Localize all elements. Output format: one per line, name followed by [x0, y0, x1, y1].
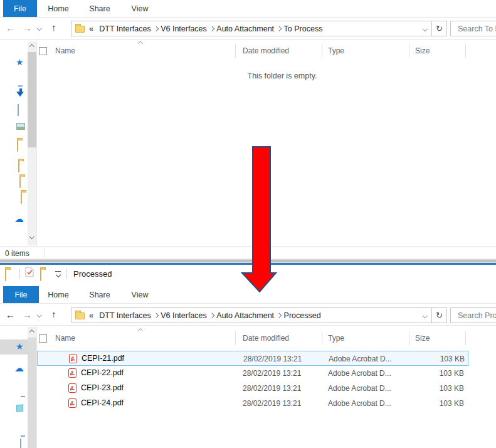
column-header-type[interactable]: Type	[328, 334, 344, 343]
file-size: 103 KB	[401, 399, 464, 408]
refresh-icon[interactable]: ↻	[432, 24, 446, 33]
window-title: Processed	[73, 269, 112, 279]
tab-view[interactable]: View	[125, 286, 154, 303]
divider	[66, 269, 67, 279]
breadcrumb-item[interactable]: V6 Interfaces	[157, 311, 210, 320]
up-icon[interactable]: ↑	[51, 23, 56, 32]
divider	[19, 269, 20, 279]
tab-home[interactable]: Home	[43, 0, 74, 17]
address-bar[interactable]: « DTT Interfaces V6 Interfaces Auto Atta…	[71, 21, 447, 36]
search-input[interactable]	[450, 307, 496, 323]
folder-icon[interactable]	[17, 140, 18, 152]
breadcrumb-overflow[interactable]: «	[89, 24, 93, 33]
refresh-icon[interactable]: ↻	[432, 311, 446, 320]
back-icon[interactable]: ←	[6, 23, 15, 33]
folder-icon	[75, 312, 85, 319]
scrollbar-up-icon[interactable]	[28, 328, 36, 335]
column-header-size[interactable]: Size	[415, 334, 430, 343]
pdf-icon	[68, 383, 77, 395]
pdf-icon	[68, 368, 77, 380]
file-size: 103 KB	[402, 355, 465, 363]
quick-access-icon[interactable]: ★	[16, 58, 24, 67]
column-divider[interactable]	[322, 331, 322, 345]
column-divider[interactable]	[409, 44, 409, 58]
sort-ascending-icon	[138, 41, 143, 46]
file-name: CEPI-21.pdf	[82, 354, 124, 363]
properties-check-icon[interactable]	[25, 267, 34, 280]
file-row[interactable]: CEPI-21.pdf 28/02/2019 13:21 Adobe Acrob…	[37, 351, 468, 366]
tab-view[interactable]: View	[125, 0, 154, 17]
column-divider[interactable]	[465, 331, 466, 345]
breadcrumb-item-current[interactable]: Processed	[281, 311, 324, 320]
folder-icon[interactable]	[18, 161, 19, 173]
file-row[interactable]: CEPI-22.pdf 28/02/2019 13:21 Adobe Acrob…	[37, 366, 468, 381]
3d-objects-icon[interactable]	[16, 404, 23, 412]
recent-locations-icon[interactable]	[37, 312, 42, 317]
column-header-date[interactable]: Date modified	[243, 334, 289, 343]
folder-icon[interactable]	[19, 176, 21, 188]
search-input[interactable]	[450, 21, 496, 36]
file-row[interactable]: CEPI-23.pdf 28/02/2019 13:21 Adobe Acrob…	[37, 381, 468, 396]
select-all-checkbox[interactable]	[39, 334, 47, 343]
tab-share[interactable]: Share	[84, 286, 115, 303]
folder-icon[interactable]	[21, 192, 22, 204]
column-divider[interactable]	[465, 44, 466, 58]
file-date: 28/02/2019 13:21	[243, 399, 301, 408]
scrollbar-thumb[interactable]	[28, 338, 36, 448]
column-header-type[interactable]: Type	[328, 46, 344, 55]
file-name: CEPI-24.pdf	[81, 398, 124, 407]
column-header-size[interactable]: Size	[415, 46, 430, 55]
recent-locations-icon[interactable]	[37, 26, 42, 31]
app-folder-icon	[5, 269, 6, 281]
column-divider[interactable]	[235, 331, 236, 345]
tab-file[interactable]: File	[3, 0, 37, 17]
address-dropdown-icon[interactable]	[422, 313, 427, 318]
onedrive-icon[interactable]: ☁	[14, 363, 24, 373]
qat-dropdown-icon[interactable]	[55, 271, 61, 277]
address-bar[interactable]: « DTT Interfaces V6 Interfaces Auto Atta…	[71, 307, 447, 323]
breadcrumb-item[interactable]: DTT Interfaces	[96, 311, 154, 320]
column-header-name[interactable]: Name	[55, 46, 75, 55]
file-date: 28/02/2019 13:21	[243, 355, 302, 363]
up-icon[interactable]: ↑	[51, 309, 56, 319]
column-divider[interactable]	[409, 331, 409, 345]
pdf-icon	[68, 398, 77, 410]
scrollbar-thumb[interactable]	[28, 52, 36, 147]
breadcrumb-item-current[interactable]: To Process	[281, 24, 326, 33]
scrollbar-up-icon[interactable]	[28, 42, 36, 50]
scrollbar-down-icon[interactable]	[28, 233, 36, 241]
breadcrumb-item[interactable]: DTT Interfaces	[96, 24, 154, 33]
file-name: CEPI-23.pdf	[81, 383, 124, 392]
back-icon[interactable]: ←	[6, 310, 15, 319]
tab-file[interactable]: File	[3, 286, 39, 303]
address-dropdown-icon[interactable]	[422, 26, 427, 31]
file-name: CEPI-22.pdf	[81, 368, 124, 377]
documents-icon[interactable]	[20, 439, 21, 448]
breadcrumb-item[interactable]: Auto Attachment	[213, 24, 277, 33]
new-folder-icon[interactable]	[40, 269, 41, 281]
forward-icon[interactable]: →	[23, 23, 32, 33]
quick-access-icon[interactable]: ★	[16, 342, 24, 351]
tab-share[interactable]: Share	[84, 0, 115, 17]
folder-icon	[75, 26, 85, 33]
select-all-checkbox[interactable]	[39, 47, 47, 55]
tab-home[interactable]: Home	[43, 286, 74, 303]
breadcrumb-item[interactable]: Auto Attachment	[213, 311, 277, 320]
documents-icon[interactable]	[18, 104, 19, 116]
file-row[interactable]: CEPI-24.pdf 28/02/2019 13:21 Adobe Acrob…	[37, 396, 468, 411]
column-divider[interactable]	[235, 44, 236, 58]
onedrive-icon[interactable]: ☁	[14, 214, 24, 223]
forward-icon[interactable]: →	[23, 310, 32, 319]
red-down-arrow-annotation	[238, 146, 280, 294]
breadcrumb-item[interactable]: V6 Interfaces	[157, 24, 210, 33]
divider	[0, 303, 496, 304]
empty-folder-message: This folder is empty.	[207, 72, 357, 80]
breadcrumb-overflow[interactable]: «	[89, 311, 93, 320]
file-type: Adobe Acrobat D...	[328, 369, 391, 378]
column-divider[interactable]	[322, 44, 322, 58]
column-header-name[interactable]: Name	[55, 334, 75, 343]
pictures-icon[interactable]	[16, 123, 25, 130]
column-header-date[interactable]: Date modified	[243, 46, 289, 55]
divider	[0, 39, 496, 40]
divider	[0, 325, 496, 326]
